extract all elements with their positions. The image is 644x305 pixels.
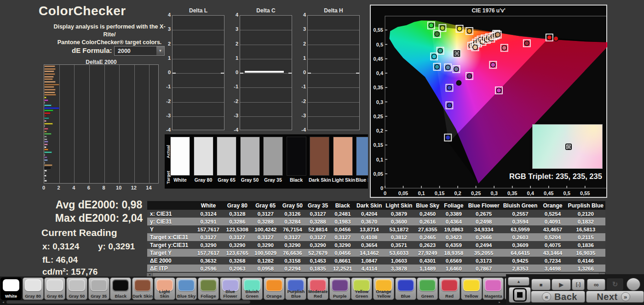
tab-gray-80[interactable]: Gray 80 [23,277,44,300]
tab-bluish-green[interactable]: Bluish Green [242,277,263,300]
deltae-bar [44,84,59,86]
tab-label: Bluish Green [242,289,262,299]
table-cell: 0,5254 [539,210,566,218]
table-cell: 0,3654 [355,241,384,249]
deltae-bar [44,107,59,109]
measured-dot-icon [446,65,450,69]
swatch-label: White [169,177,191,183]
tabstrip-scrollbar[interactable]: ◄ ► [0,300,506,305]
table-cell: 0,2596 [194,265,223,272]
measured-dot-icon [547,35,552,40]
deltae-bar [44,92,55,93]
table-cell: 100,5029 [252,249,280,257]
scroll-left-icon[interactable]: ◄ [147,273,152,276]
tab-green[interactable]: Green [417,277,438,300]
tabstrip-scrollbar-thumb[interactable] [6,300,250,304]
measured-dot-icon [502,46,506,50]
stop-button[interactable]: ■ [531,279,551,290]
color-chip-icon [112,279,129,291]
tab-blue-flower[interactable]: Blue Flower [220,277,241,300]
tab-gray-35[interactable]: Gray 35 [88,277,109,300]
de-formula-dropdown[interactable]: 2000 ▼ [114,46,165,56]
row-label: y: CIE31 [147,218,194,225]
column-header: Foliage [441,201,466,210]
chevron-right-icon: » [621,292,630,301]
tab-magenta[interactable]: Magenta [483,277,504,300]
y-tick-label: 1 [299,55,306,61]
next-button[interactable]: Next » [586,291,644,303]
reading-fl: fL: 46,04 [42,255,78,265]
table-cell: 157,7617 [194,225,223,233]
tab-blue-sky[interactable]: Blue Sky [176,277,197,300]
de-formula-label: dE Formula: [72,46,112,54]
measured-dot-icon [432,54,437,59]
step-button[interactable]: [-] [572,279,585,290]
y-tick-label: -4 [163,127,171,132]
gridline [308,73,359,74]
column-header: Blue Sky [414,201,441,210]
table-row: Target x:CIE310,31270,31270,31270,31270,… [147,233,605,241]
scroll-left-icon[interactable]: ◄ [0,300,6,304]
delta-chart-title: Delta L [172,7,224,14]
tab-blue[interactable]: Blue [395,277,416,300]
column-header: Bluish Green [501,201,540,210]
tab-white[interactable]: White [0,277,22,300]
deltae-bar [44,175,46,177]
row-label: ΔE ITP [147,265,194,272]
rgb-triplet-label: RGB Triplet: 235, 235, 235 [508,172,604,181]
collapse-button[interactable]: ▲ [508,277,529,286]
tab-label: Magenta [483,294,503,299]
record-button[interactable] [627,278,640,291]
tab-red[interactable]: Red [439,277,460,300]
table-cell: 0,5204 [539,233,566,241]
tab-gray-65[interactable]: Gray 65 [44,277,65,300]
column-header: Gray 35 [305,201,331,210]
table-cell: 0,3127 [280,233,305,241]
max-de-value: 2,04 [122,212,143,224]
deltae-bar [44,68,56,70]
tab-purple[interactable]: Purple [329,277,351,300]
tab-foliage[interactable]: Foliage [198,277,219,300]
tab-black[interactable]: Black [110,277,131,300]
tab-moderate-red[interactable]: Moderate Red [307,277,328,300]
tab-dark-skin[interactable]: Dark Skin [132,277,153,300]
tab-orange-yellow[interactable]: Orange Yellow [373,277,394,300]
tab-light-skin[interactable]: Light Skin [154,277,175,300]
x-tick-label: 0,05 [398,190,408,196]
table-cell: 12,2521 [330,265,355,272]
back-label: Back [554,292,577,302]
loop-button[interactable]: ∞ [587,279,605,290]
chevron-left-icon: « [542,292,551,301]
play-button[interactable]: ▶ [552,279,571,290]
tab-yellow[interactable]: Yellow [461,277,482,300]
column-header: Gray 80 [223,201,251,210]
tab-label: Yellow Green [351,289,372,299]
deltae-bar [44,151,52,153]
table-cell: 64,6415 [501,249,540,257]
gridline [74,65,75,183]
tab-yellow-green[interactable]: Yellow Green [351,277,372,300]
column-header: Dark Skin [355,201,384,210]
measured-dot-icon [455,52,459,55]
tab-label: White [1,294,21,299]
table-cell: 3,4498 [539,265,566,272]
swatch-gray-80 [194,137,213,176]
deltae-bar [44,172,45,174]
scroll-right-icon[interactable]: ► [497,300,502,304]
measured-dot-icon [456,81,461,85]
y-tick-label: 3 [299,26,306,32]
deltae-bar [44,149,48,150]
deltae-bar [44,102,45,104]
gridline [240,45,292,45]
refresh-button[interactable]: ↻ [606,278,624,291]
table-corner [147,201,194,210]
tab-orange[interactable]: Orange [264,277,285,300]
reading-fl-value: 46,04 [56,255,78,265]
back-button[interactable]: « Back [531,291,585,303]
tab-gray-50[interactable]: Gray 50 [66,277,87,300]
table-cell: 0,1282 [252,257,280,265]
stop-large-button[interactable] [509,287,531,303]
tab-purplish-blue[interactable]: Purplish Blue [285,277,306,300]
y-tick-label: -3 [163,113,171,118]
y-tick-label: -4 [299,127,306,132]
